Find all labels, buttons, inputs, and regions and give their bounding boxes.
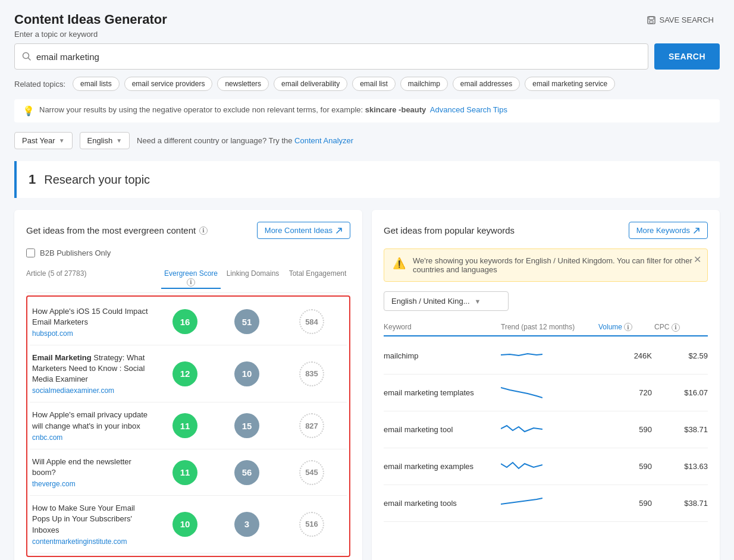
- keyword-col-header: Keyword: [384, 323, 498, 332]
- topic-chip[interactable]: newsletters: [217, 77, 269, 91]
- article-title: Email Marketing Strategy: What Marketers…: [32, 353, 153, 385]
- evergreen-score: 16: [172, 309, 197, 334]
- more-content-ideas-button[interactable]: More Content Ideas: [257, 222, 350, 239]
- cpc-info-icon[interactable]: ℹ: [672, 323, 680, 332]
- more-keywords-button[interactable]: More Keywords: [629, 222, 708, 239]
- notice-text: We're showing you keywords for English /…: [413, 256, 699, 274]
- topic-chip[interactable]: email deliverability: [274, 77, 347, 91]
- article-source[interactable]: hubspot.com: [32, 329, 153, 338]
- keyword-volume: 590: [598, 425, 652, 434]
- search-input-wrap: [14, 43, 648, 70]
- volume-col-header: Volume ℹ: [598, 323, 652, 332]
- keyword-volume: 720: [598, 388, 652, 397]
- keyword-trend: [501, 493, 596, 513]
- save-search-button[interactable]: SAVE SEARCH: [641, 12, 720, 28]
- language-select-wrap: English / United King... ▼: [384, 291, 708, 311]
- linking-score: 3: [234, 512, 259, 537]
- section-title: Research your topic: [44, 173, 150, 187]
- articles-table-header: Article (5 of 27783) Evergreen Score ℹ L…: [26, 266, 350, 293]
- keyword-trend: [501, 383, 596, 402]
- evergreen-col-header: Evergreen Score ℹ: [161, 269, 221, 289]
- linking-score: 15: [234, 413, 259, 438]
- time-filter-label: Past Year: [22, 136, 55, 145]
- article-title: How Apple's email privacy update will ch…: [32, 410, 153, 431]
- content-analyzer-link[interactable]: Content Analyzer: [294, 136, 353, 145]
- article-source[interactable]: socialmediaexaminer.com: [32, 386, 153, 395]
- notice-close-button[interactable]: ✕: [694, 254, 701, 265]
- keyword-trend: [501, 420, 596, 439]
- engagement-score: 584: [299, 309, 324, 334]
- keyword-name: email marketing tool: [384, 425, 498, 434]
- topic-chip[interactable]: mailchimp: [400, 77, 448, 91]
- advanced-search-tips-link[interactable]: Advanced Search Tips: [430, 105, 507, 114]
- keyword-volume: 246K: [598, 351, 652, 360]
- topic-chip[interactable]: email marketing service: [525, 77, 615, 91]
- volume-info-icon[interactable]: ℹ: [624, 323, 632, 331]
- time-filter-button[interactable]: Past Year ▼: [14, 132, 73, 149]
- keyword-name: email marketing examples: [384, 462, 498, 471]
- linking-score: 10: [234, 361, 259, 386]
- article-source[interactable]: contentmarketinginstitute.com: [32, 537, 153, 546]
- language-filter-button[interactable]: English ▼: [80, 132, 130, 149]
- topic-chip[interactable]: email addresses: [453, 77, 520, 91]
- keywords-card-title: Get ideas from popular keywords: [384, 225, 515, 235]
- keyword-cpc: $38.71: [654, 425, 708, 434]
- keyword-row: email marketing tools 590 $38.71: [384, 485, 708, 522]
- article-source[interactable]: cnbc.com: [32, 433, 153, 442]
- b2b-checkbox-row: B2B Publishers Only: [26, 248, 350, 257]
- language-filter-label: English: [87, 136, 113, 145]
- b2b-checkbox[interactable]: [26, 248, 35, 257]
- section-number: 1: [29, 172, 36, 187]
- evergreen-info-icon[interactable]: ℹ: [199, 226, 208, 235]
- keyword-volume: 590: [598, 462, 652, 471]
- evergreen-card-header: Get ideas from the most evergreen conten…: [26, 222, 350, 239]
- topic-chip[interactable]: email lists: [73, 77, 120, 91]
- linking-score: 56: [234, 460, 259, 485]
- keywords-card-header: Get ideas from popular keywords More Key…: [384, 222, 708, 239]
- keyword-volume: 590: [598, 499, 652, 508]
- content-grid: Get ideas from the most evergreen conten…: [14, 210, 720, 560]
- evergreen-card-title: Get ideas from the most evergreen conten…: [26, 225, 208, 235]
- svg-line-4: [29, 58, 31, 61]
- keyword-cpc: $2.59: [654, 351, 708, 360]
- language-select-value: English / United King...: [391, 297, 470, 306]
- save-search-label: SAVE SEARCH: [659, 15, 714, 24]
- highlighted-articles-section: How Apple's iOS 15 Could Impact Email Ma…: [26, 295, 350, 557]
- page-title: Content Ideas Generator: [14, 12, 167, 27]
- article-row: How Apple's iOS 15 Could Impact Email Ma…: [30, 299, 347, 345]
- topic-chip[interactable]: email list: [352, 77, 396, 91]
- search-button[interactable]: SEARCH: [654, 43, 720, 70]
- article-row: Will Apple end the newsletter boom? thev…: [30, 449, 347, 496]
- evergreen-score-info-icon[interactable]: ℹ: [187, 278, 195, 287]
- keyword-name: email marketing templates: [384, 388, 498, 397]
- engagement-col-header: Total Engagement: [285, 269, 350, 289]
- keyword-cpc: $38.71: [654, 499, 708, 508]
- language-select[interactable]: English / United King... ▼: [384, 291, 509, 311]
- external-link-icon: [335, 227, 343, 234]
- engagement-score: 516: [299, 512, 324, 537]
- keyword-name: email marketing tools: [384, 499, 498, 508]
- article-col-header: Article (5 of 27783): [26, 269, 159, 289]
- topic-chip[interactable]: email service providers: [124, 77, 213, 91]
- article-title: How to Make Sure Your Email Pops Up in Y…: [32, 503, 153, 536]
- evergreen-card: Get ideas from the most evergreen conten…: [14, 210, 362, 560]
- filter-row: Past Year ▼ English ▼ Need a different c…: [14, 132, 720, 149]
- notice-bar: ⚠️ We're showing you keywords for Englis…: [384, 248, 708, 282]
- filter-hint: Need a different country or language? Tr…: [137, 136, 353, 145]
- related-topics-label: Related topics:: [14, 80, 65, 89]
- keywords-card: Get ideas from popular keywords More Key…: [372, 210, 720, 560]
- article-title: Will Apple end the newsletter boom?: [32, 457, 153, 478]
- keyword-row: mailchimp 246K $2.59: [384, 338, 708, 375]
- search-icon: [22, 52, 32, 61]
- article-title: How Apple's iOS 15 Could Impact Email Ma…: [32, 306, 153, 328]
- evergreen-score: 11: [172, 460, 197, 485]
- section-header: 1 Research your topic: [14, 161, 720, 198]
- related-topics-row: Related topics: email listsemail service…: [14, 77, 720, 91]
- evergreen-score: 12: [172, 361, 197, 386]
- article-row: How to Make Sure Your Email Pops Up in Y…: [30, 496, 347, 553]
- svg-rect-1: [649, 17, 654, 20]
- evergreen-score: 10: [172, 512, 197, 537]
- article-source[interactable]: theverge.com: [32, 480, 153, 488]
- language-filter-chevron-icon: ▼: [116, 137, 122, 144]
- search-input[interactable]: [36, 52, 641, 62]
